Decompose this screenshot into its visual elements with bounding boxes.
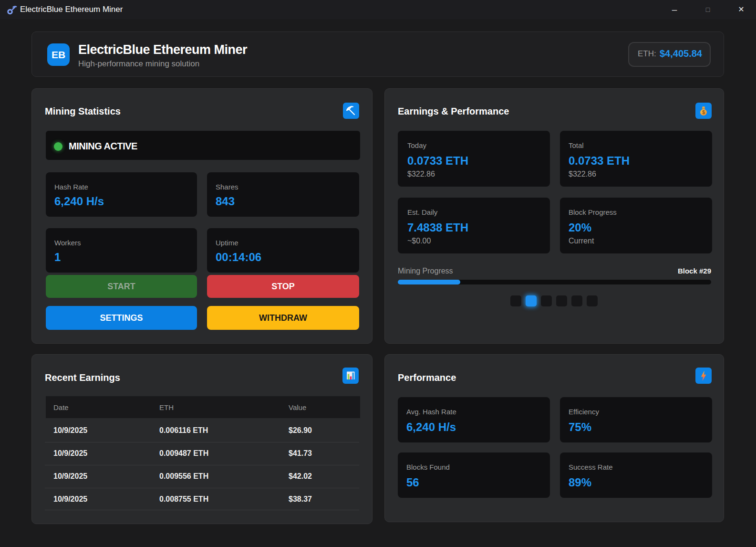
svg-text:$: $ <box>702 110 705 115</box>
